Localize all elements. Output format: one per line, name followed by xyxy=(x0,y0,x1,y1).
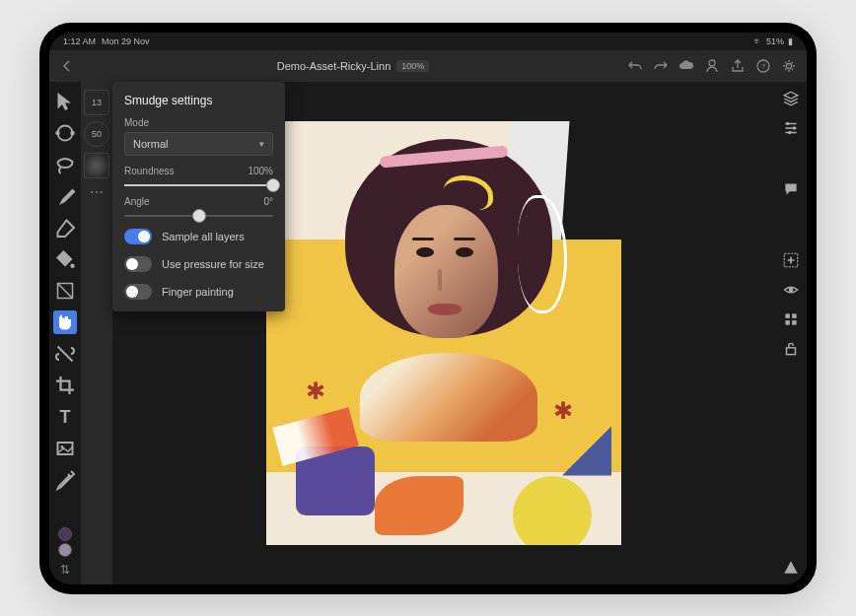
angle-label: Angle xyxy=(124,196,150,207)
svg-rect-20 xyxy=(787,347,796,354)
smudge-settings-popover: Smudge settings Mode Normal ▾ Roundness … xyxy=(112,82,285,311)
gradient-tool[interactable] xyxy=(53,279,77,303)
warning-icon[interactable] xyxy=(782,559,800,577)
svg-point-5 xyxy=(55,130,60,135)
use-pressure-toggle[interactable] xyxy=(124,256,152,272)
screen: 1:12 AM Mon 29 Nov ᯤ 51% ▮ Demo-Asset-Ri… xyxy=(49,33,807,584)
svg-point-11 xyxy=(786,121,789,124)
healing-tool[interactable] xyxy=(53,342,77,366)
use-pressure-label: Use pressure for size xyxy=(162,258,264,270)
popover-title: Smudge settings xyxy=(124,94,273,107)
type-tool[interactable]: T xyxy=(53,405,77,429)
angle-value: 0° xyxy=(263,196,273,207)
svg-text:?: ? xyxy=(761,62,766,71)
wifi-icon: ᯤ xyxy=(753,36,762,46)
brush-hardness-slot[interactable]: 50 xyxy=(84,121,109,147)
comment-icon[interactable] xyxy=(782,180,800,198)
left-toolbar: T ⇅ xyxy=(49,82,81,584)
settings-icon[interactable] xyxy=(781,58,797,74)
cloud-icon[interactable] xyxy=(678,58,694,74)
svg-rect-16 xyxy=(785,313,790,318)
foreground-color[interactable] xyxy=(58,527,72,541)
svg-point-6 xyxy=(70,130,75,135)
user-icon[interactable] xyxy=(704,58,720,74)
background-color[interactable] xyxy=(58,543,72,557)
app-header: Demo-Asset-Ricky-Linn 100% ? xyxy=(49,50,807,82)
place-tool[interactable] xyxy=(53,437,77,460)
brush-panel: 13 50 ⋯ xyxy=(81,82,112,584)
brush-tool[interactable] xyxy=(53,184,77,208)
undo-icon[interactable] xyxy=(627,58,643,74)
roundness-label: Roundness xyxy=(124,166,175,176)
eraser-tool[interactable] xyxy=(53,216,77,240)
finger-painting-label: Finger painting xyxy=(162,286,234,298)
app-body: T ⇅ 13 50 ⋯ xyxy=(49,82,807,584)
zoom-badge[interactable]: 100% xyxy=(396,60,429,72)
brush-size-slot[interactable]: 13 xyxy=(84,90,109,115)
color-swatches[interactable]: ⇅ xyxy=(58,527,72,577)
roundness-value: 100% xyxy=(248,166,273,176)
eyedropper-tool[interactable] xyxy=(53,468,77,492)
share-icon[interactable] xyxy=(730,58,746,74)
status-date: Mon 29 Nov xyxy=(102,36,150,46)
help-icon[interactable]: ? xyxy=(755,58,771,74)
lock-icon[interactable] xyxy=(782,340,800,358)
svg-rect-19 xyxy=(792,320,797,325)
status-time: 1:12 AM xyxy=(63,36,96,46)
right-toolbar xyxy=(775,82,807,584)
mode-dropdown[interactable]: Normal ▾ xyxy=(124,132,273,156)
brush-preview-slot[interactable] xyxy=(84,153,109,178)
svg-point-3 xyxy=(787,63,792,68)
add-icon[interactable] xyxy=(782,251,800,269)
layers-icon[interactable] xyxy=(782,90,800,107)
mode-value: Normal xyxy=(133,138,168,150)
back-icon[interactable] xyxy=(59,58,75,74)
transform-tool[interactable] xyxy=(53,121,77,145)
chevron-down-icon: ▾ xyxy=(259,139,264,149)
contextual-icon[interactable] xyxy=(782,310,800,328)
redo-icon[interactable] xyxy=(653,58,669,74)
adjustments-icon[interactable] xyxy=(782,119,800,137)
angle-slider[interactable] xyxy=(124,215,273,217)
svg-point-0 xyxy=(709,60,715,66)
svg-point-12 xyxy=(793,126,796,129)
status-bar: 1:12 AM Mon 29 Nov ᯤ 51% ▮ xyxy=(49,33,807,50)
svg-text:T: T xyxy=(60,407,71,427)
move-tool[interactable] xyxy=(53,90,77,113)
crop-tool[interactable] xyxy=(53,374,77,397)
svg-point-13 xyxy=(788,130,791,133)
sample-all-layers-label: Sample all layers xyxy=(162,231,245,242)
battery-percent: 51% xyxy=(766,36,784,46)
roundness-slider[interactable] xyxy=(124,184,273,186)
svg-point-15 xyxy=(789,287,794,292)
svg-rect-18 xyxy=(785,320,790,325)
visibility-icon[interactable] xyxy=(782,281,800,299)
ipad-frame: 1:12 AM Mon 29 Nov ᯤ 51% ▮ Demo-Asset-Ri… xyxy=(39,23,817,594)
battery-icon: ▮ xyxy=(788,36,793,46)
mode-label: Mode xyxy=(124,117,149,128)
smudge-tool[interactable] xyxy=(53,310,77,334)
finger-painting-toggle[interactable] xyxy=(124,284,152,300)
sample-all-layers-toggle[interactable] xyxy=(124,229,152,244)
swap-colors-icon[interactable]: ⇅ xyxy=(60,563,70,577)
svg-rect-17 xyxy=(792,313,797,318)
document-title[interactable]: Demo-Asset-Ricky-Linn xyxy=(277,60,392,72)
lasso-tool[interactable] xyxy=(53,153,77,176)
canvas[interactable] xyxy=(266,121,621,545)
fill-tool[interactable] xyxy=(53,247,77,271)
brush-more-icon[interactable]: ⋯ xyxy=(90,184,105,200)
